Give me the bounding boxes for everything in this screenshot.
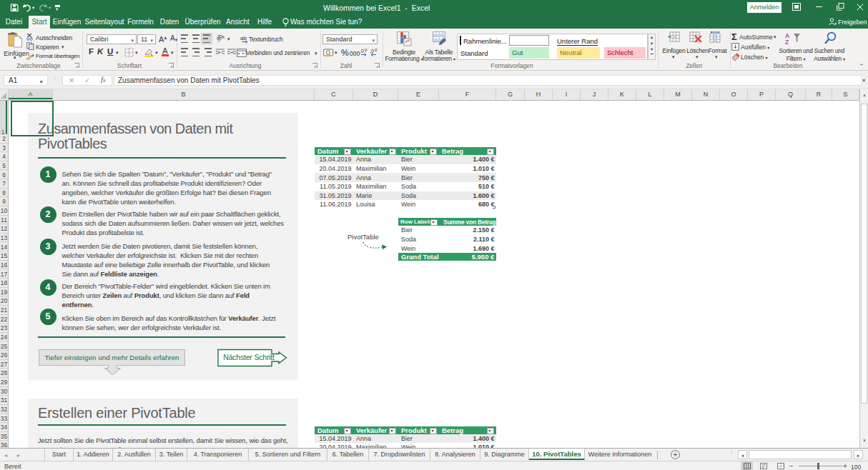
svg-text:ab: ab — [217, 34, 224, 42]
svg-text:0: 0 — [365, 48, 368, 52]
svg-text:0: 0 — [375, 48, 378, 52]
svg-text:,0: ,0 — [360, 49, 364, 54]
svg-text:Z: Z — [785, 39, 789, 45]
svg-text:,0: ,0 — [370, 49, 374, 54]
